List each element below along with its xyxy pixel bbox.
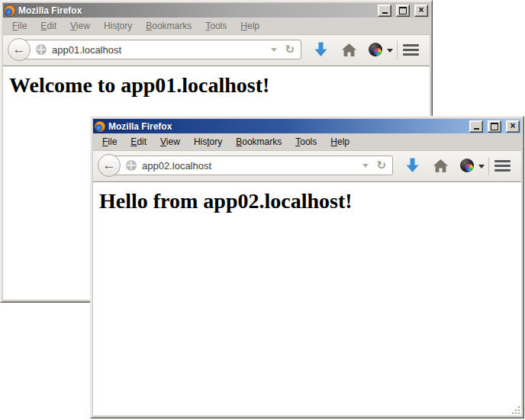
download-button[interactable] — [406, 158, 419, 173]
urlbar-dropdown-icon[interactable] — [362, 164, 369, 171]
minimize-button[interactable] — [469, 120, 483, 133]
menu-help[interactable]: Help — [324, 134, 356, 149]
navigation-toolbar: ← ↻ — [3, 34, 430, 66]
back-button[interactable]: ← — [8, 38, 31, 61]
site-identity-globe-icon[interactable] — [126, 160, 137, 171]
urlbar[interactable]: ↻ — [18, 40, 301, 59]
color-wheel-caret-icon[interactable] — [478, 165, 485, 172]
minimize-icon — [474, 128, 479, 130]
back-arrow-icon: ← — [103, 158, 116, 173]
download-arrow-icon — [406, 158, 419, 173]
page-heading: Welcome to app01.localhost! — [9, 73, 430, 98]
home-button[interactable] — [342, 43, 356, 56]
firefox-logo-icon — [5, 5, 15, 16]
menu-tools[interactable]: Tools — [288, 134, 324, 149]
back-arrow-icon: ← — [13, 42, 26, 57]
maximize-icon — [491, 123, 498, 130]
firefox-window-app02: Mozilla Firefox × File Edit View History… — [90, 116, 524, 418]
hamburger-icon — [403, 44, 419, 46]
firefox-logo-icon — [95, 121, 105, 132]
menu-file[interactable]: File — [95, 134, 124, 149]
menu-view[interactable]: View — [153, 134, 187, 149]
home-icon — [342, 43, 356, 56]
color-wheel-addon-button[interactable] — [460, 159, 474, 172]
back-button[interactable]: ← — [98, 154, 121, 177]
home-button[interactable] — [433, 159, 448, 172]
menu-view[interactable]: View — [63, 18, 97, 34]
download-button[interactable] — [314, 42, 327, 57]
menu-bookmarks[interactable]: Bookmarks — [229, 134, 288, 149]
titlebar[interactable]: Mozilla Firefox × — [93, 119, 521, 133]
maximize-button[interactable] — [396, 5, 410, 17]
color-wheel-addon-button[interactable] — [369, 43, 382, 56]
close-button[interactable]: × — [506, 120, 520, 133]
menu-help[interactable]: Help — [234, 18, 266, 34]
color-wheel-caret-icon[interactable] — [387, 49, 393, 56]
window-title: Mozilla Firefox — [108, 121, 465, 132]
maximize-button[interactable] — [488, 120, 501, 133]
desktop: Mozilla Firefox × File Edit View History… — [0, 0, 525, 420]
titlebar[interactable]: Mozilla Firefox × — [3, 3, 430, 18]
home-icon — [433, 159, 448, 172]
url-input[interactable] — [47, 44, 269, 56]
hamburger-icon — [494, 160, 511, 162]
urlbar-dropdown-icon[interactable] — [271, 48, 277, 55]
maximize-icon — [399, 7, 407, 14]
menubar: File Edit View History Bookmarks Tools H… — [3, 18, 430, 34]
menubar: File Edit View History Bookmarks Tools H… — [93, 133, 521, 150]
close-icon: × — [418, 6, 424, 14]
menu-history[interactable]: History — [187, 134, 229, 149]
minimize-button[interactable] — [378, 5, 391, 17]
page-content: Hello from app02.localhost! — [93, 182, 521, 415]
menu-edit[interactable]: Edit — [124, 134, 153, 149]
menu-tools[interactable]: Tools — [198, 18, 234, 34]
hamburger-menu-button[interactable] — [494, 160, 511, 172]
menu-bookmarks[interactable]: Bookmarks — [139, 18, 198, 34]
urlbar[interactable]: ↻ — [108, 155, 393, 175]
reload-icon[interactable]: ↻ — [285, 43, 295, 56]
menu-file[interactable]: File — [5, 18, 34, 34]
navigation-toolbar: ← ↻ — [93, 150, 521, 182]
site-identity-globe-icon[interactable] — [36, 44, 47, 55]
minimize-icon — [382, 12, 388, 14]
close-button[interactable]: × — [414, 5, 428, 17]
menu-history[interactable]: History — [97, 18, 139, 34]
page-heading: Hello from app02.localhost! — [99, 189, 521, 213]
url-input[interactable] — [137, 160, 361, 172]
window-title: Mozilla Firefox — [18, 5, 373, 16]
hamburger-menu-button[interactable] — [403, 44, 420, 56]
menu-edit[interactable]: Edit — [34, 18, 63, 34]
reload-icon[interactable]: ↻ — [376, 159, 386, 172]
download-arrow-icon — [314, 42, 327, 57]
toolbar-separator — [488, 157, 489, 175]
close-icon: × — [510, 122, 515, 130]
resize-grip[interactable] — [511, 406, 520, 415]
toolbar-separator — [397, 41, 398, 59]
